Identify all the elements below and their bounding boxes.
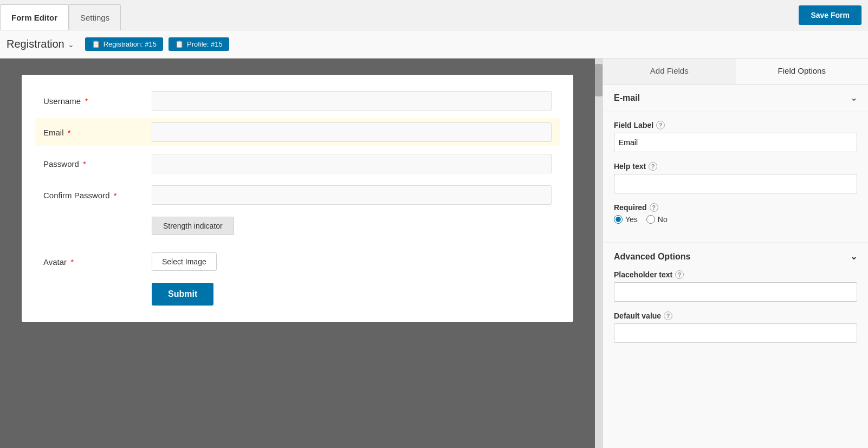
advanced-content: Placeholder text ? Default value ?	[603, 270, 868, 361]
username-label: Username *	[43, 96, 152, 106]
scroll-bar[interactable]	[595, 59, 603, 448]
save-form-button[interactable]: Save Form	[799, 5, 861, 25]
right-tabs: Add Fields Field Options	[603, 59, 868, 85]
submit-button[interactable]: Submit	[152, 283, 213, 306]
profile-badge-icon: 📋	[175, 40, 184, 48]
password-label: Password *	[43, 159, 152, 168]
email-row: Email *	[35, 118, 560, 146]
advanced-options-title: Advanced Options	[614, 252, 690, 262]
default-value-option: Default value ?	[614, 311, 857, 343]
required-no-label[interactable]: No	[646, 215, 668, 224]
registration-badge[interactable]: 📋 Registration: #15	[85, 37, 163, 51]
required-yes-label[interactable]: Yes	[614, 215, 638, 224]
submit-row: Submit	[43, 283, 552, 306]
placeholder-input[interactable]	[614, 282, 857, 302]
advanced-chevron-icon: ⌄	[850, 251, 857, 262]
username-input[interactable]	[152, 91, 552, 111]
avatar-label: Avatar *	[43, 257, 152, 267]
confirm-password-label: Confirm Password *	[43, 191, 152, 200]
username-required-star: *	[85, 96, 88, 106]
email-section-header: E-mail ⌄	[603, 85, 868, 112]
advanced-section: Advanced Options ⌄ Placeholder text ?	[603, 242, 868, 361]
required-radio-group: Yes No	[614, 215, 857, 224]
tab-field-options[interactable]: Field Options	[736, 59, 869, 84]
email-section-chevron[interactable]: ⌄	[851, 94, 857, 102]
avatar-row: Avatar * Select Image	[43, 252, 552, 271]
avatar-required-star: *	[70, 257, 74, 267]
chevron-down-icon[interactable]: ⌄	[68, 40, 74, 49]
tab-settings[interactable]: Settings	[69, 4, 121, 30]
field-label-option: Field Label ?	[614, 121, 857, 152]
right-panel: Add Fields Field Options E-mail ⌄ Field …	[603, 59, 868, 448]
main-layout: Username * Email * Password *	[0, 59, 868, 448]
form-title: Registration ⌄	[7, 38, 74, 50]
email-section-title: E-mail	[614, 93, 640, 103]
default-value-help-icon[interactable]: ?	[664, 311, 672, 320]
help-text-help-icon[interactable]: ?	[649, 162, 657, 171]
field-options-section: Field Label ? Help text ? Requ	[603, 112, 868, 242]
placeholder-option: Placeholder text ?	[614, 270, 857, 302]
default-value-input[interactable]	[614, 323, 857, 343]
password-input[interactable]	[152, 154, 552, 173]
profile-badge[interactable]: 📋 Profile: #15	[169, 37, 229, 51]
username-row: Username *	[43, 91, 552, 111]
tab-settings-label: Settings	[80, 13, 109, 22]
default-value-label: Default value ?	[614, 311, 857, 320]
sub-bar: Registration ⌄ 📋 Registration: #15 📋 Pro…	[0, 30, 868, 59]
field-label-label: Field Label ?	[614, 121, 857, 129]
confirm-password-row: Confirm Password *	[43, 185, 552, 205]
confirm-password-input[interactable]	[152, 185, 552, 205]
registration-badge-icon: 📋	[92, 40, 100, 48]
email-label: Email *	[43, 128, 152, 137]
tab-add-fields[interactable]: Add Fields	[603, 59, 736, 84]
top-bar: Form Editor Settings Save Form	[0, 0, 868, 30]
strength-indicator-button[interactable]: Strength indicator	[152, 217, 234, 235]
field-label-input[interactable]	[614, 133, 857, 152]
required-help-icon[interactable]: ?	[650, 203, 658, 212]
help-text-option: Help text ?	[614, 162, 857, 193]
tab-form-editor-label: Form Editor	[11, 13, 57, 22]
required-no-radio[interactable]	[646, 215, 655, 224]
scroll-thumb	[595, 64, 603, 96]
field-label-help-icon[interactable]: ?	[656, 121, 665, 129]
password-row: Password *	[43, 154, 552, 173]
profile-badge-label: Profile: #15	[187, 40, 223, 48]
advanced-options-header[interactable]: Advanced Options ⌄	[603, 243, 868, 270]
form-canvas: Username * Email * Password *	[22, 75, 573, 322]
right-content: E-mail ⌄ Field Label ? Help text	[603, 85, 868, 361]
form-canvas-area: Username * Email * Password *	[0, 59, 595, 448]
tab-form-editor[interactable]: Form Editor	[0, 4, 69, 30]
registration-badge-label: Registration: #15	[103, 40, 157, 48]
placeholder-help-icon[interactable]: ?	[675, 270, 684, 279]
required-label: Required ?	[614, 203, 857, 212]
confirm-password-required-star: *	[114, 191, 117, 200]
placeholder-label: Placeholder text ?	[614, 270, 857, 279]
select-image-button[interactable]: Select Image	[152, 252, 217, 271]
password-required-star: *	[83, 159, 86, 168]
strength-indicator-row: Strength indicator	[43, 217, 552, 244]
help-text-input[interactable]	[614, 174, 857, 193]
required-yes-radio[interactable]	[614, 215, 623, 224]
email-input[interactable]	[152, 122, 552, 142]
help-text-label: Help text ?	[614, 162, 857, 171]
email-required-star: *	[68, 128, 71, 137]
required-option: Required ? Yes No	[614, 203, 857, 224]
form-title-text: Registration	[7, 38, 64, 50]
